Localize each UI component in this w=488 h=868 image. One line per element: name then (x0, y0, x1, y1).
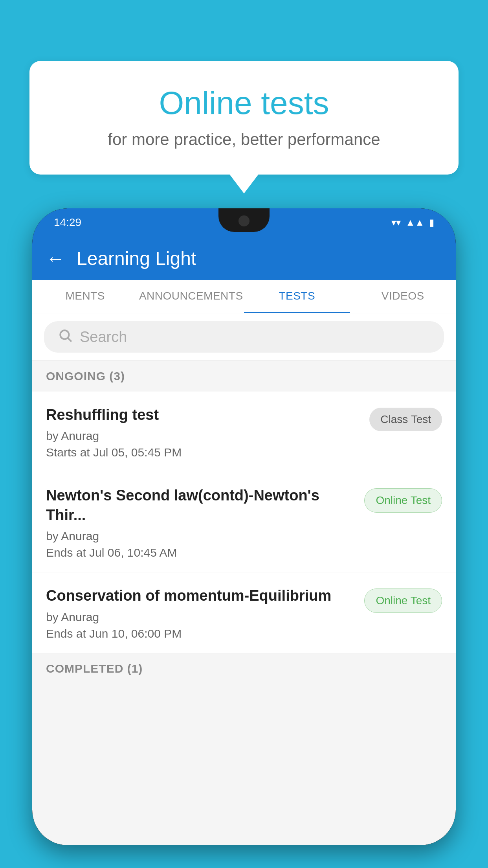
test-list: Reshuffling test by Anurag Starts at Jul… (32, 392, 456, 653)
app-bar: ← Learning Light (32, 237, 456, 280)
tab-announcements[interactable]: ANNOUNCEMENTS (138, 280, 244, 313)
status-icons: ▾▾ ▲▲ ▮ (391, 217, 434, 228)
test-title: Newton's Second law(contd)-Newton's Thir… (46, 486, 356, 525)
svg-point-0 (60, 330, 69, 339)
completed-section-header: COMPLETED (1) (32, 653, 456, 684)
app-title: Learning Light (77, 248, 196, 269)
completed-label: COMPLETED (1) (46, 662, 143, 675)
phone-frame: 14:29 ▾▾ ▲▲ ▮ ← Learning Light MENTS ANN… (32, 208, 456, 845)
speech-bubble: Online tests for more practice, better p… (29, 61, 459, 175)
test-author: by Anurag (46, 429, 361, 443)
search-icon (58, 328, 73, 346)
speech-bubble-section: Online tests for more practice, better p… (29, 61, 459, 175)
test-time: Ends at Jun 10, 06:00 PM (46, 627, 356, 640)
search-container: Search (32, 313, 456, 361)
tab-tests[interactable]: TESTS (244, 280, 350, 313)
search-bar[interactable]: Search (44, 321, 444, 353)
content-area: Search ONGOING (3) Reshuffling test by A… (32, 313, 456, 845)
bubble-subtitle: for more practice, better performance (61, 130, 427, 149)
phone-screen: 14:29 ▾▾ ▲▲ ▮ ← Learning Light MENTS ANN… (32, 208, 456, 845)
tab-ments[interactable]: MENTS (32, 280, 138, 313)
list-item[interactable]: Conservation of momentum-Equilibrium by … (32, 572, 456, 653)
ongoing-label: ONGOING (3) (46, 370, 125, 383)
test-badge-online: Online Test (364, 588, 442, 613)
test-time: Starts at Jul 05, 05:45 PM (46, 446, 361, 459)
test-title: Reshuffling test (46, 405, 361, 425)
test-info: Newton's Second law(contd)-Newton's Thir… (46, 486, 356, 559)
svg-line-1 (68, 338, 72, 342)
signal-icon: ▲▲ (405, 217, 424, 228)
list-item[interactable]: Reshuffling test by Anurag Starts at Jul… (32, 392, 456, 472)
test-badge-class: Class Test (369, 408, 442, 431)
back-button[interactable]: ← (46, 248, 65, 269)
tabs-bar: MENTS ANNOUNCEMENTS TESTS VIDEOS (32, 280, 456, 313)
test-time: Ends at Jul 06, 10:45 AM (46, 546, 356, 559)
test-author: by Anurag (46, 530, 356, 543)
test-title: Conservation of momentum-Equilibrium (46, 586, 356, 605)
test-info: Conservation of momentum-Equilibrium by … (46, 586, 356, 640)
bubble-title: Online tests (61, 85, 427, 121)
camera-notch (238, 215, 250, 226)
status-time: 14:29 (54, 216, 81, 229)
search-placeholder: Search (80, 329, 127, 346)
phone-container: 14:29 ▾▾ ▲▲ ▮ ← Learning Light MENTS ANN… (32, 208, 456, 868)
wifi-icon: ▾▾ (391, 217, 401, 228)
battery-icon: ▮ (429, 217, 434, 228)
test-badge-online: Online Test (364, 488, 442, 513)
list-item[interactable]: Newton's Second law(contd)-Newton's Thir… (32, 472, 456, 572)
tab-videos[interactable]: VIDEOS (350, 280, 456, 313)
ongoing-section-header: ONGOING (3) (32, 361, 456, 392)
test-info: Reshuffling test by Anurag Starts at Jul… (46, 405, 361, 459)
test-author: by Anurag (46, 611, 356, 624)
